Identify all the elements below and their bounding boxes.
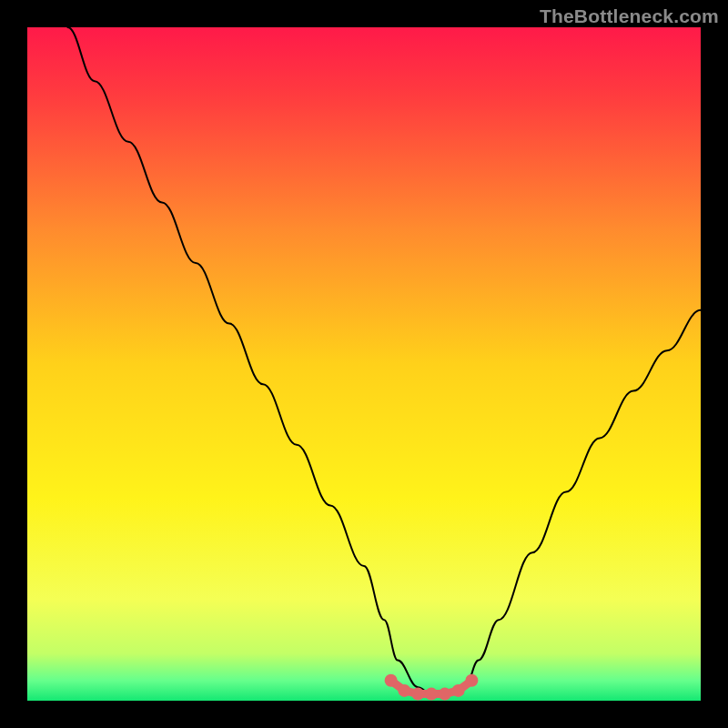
bottleneck-curve (27, 27, 701, 701)
svg-point-3 (411, 688, 424, 701)
plot-area (27, 27, 701, 701)
svg-point-4 (425, 688, 438, 701)
chart-frame: TheBottleneck.com (0, 0, 728, 728)
watermark-label: TheBottleneck.com (540, 5, 719, 27)
svg-point-1 (385, 674, 398, 687)
svg-point-5 (439, 688, 451, 701)
svg-point-2 (398, 684, 410, 697)
svg-point-6 (452, 684, 465, 697)
svg-point-7 (465, 674, 478, 687)
